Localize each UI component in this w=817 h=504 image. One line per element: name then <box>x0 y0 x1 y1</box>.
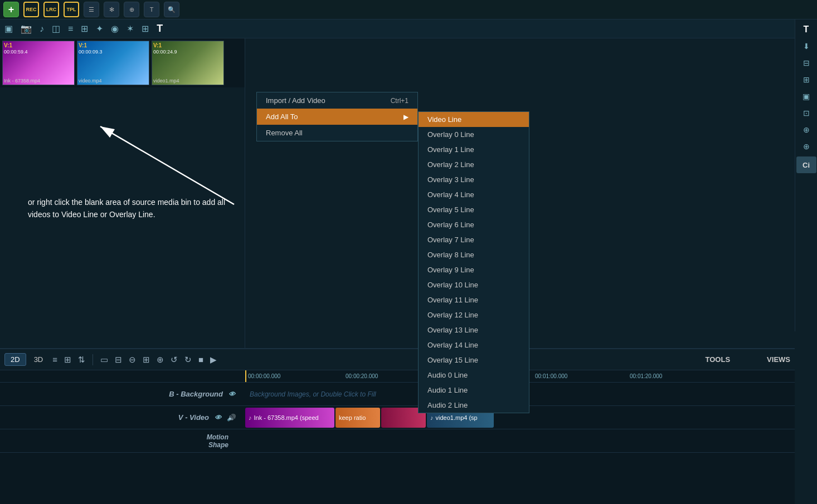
ctx-import-video[interactable]: Import / Add Video Ctrl+1 <box>257 92 417 109</box>
grid-icon[interactable]: ⊞ <box>81 23 88 34</box>
ctx-remove-all[interactable]: Remove All <box>257 125 417 141</box>
video-audio-icon[interactable]: 🔊 <box>227 414 235 422</box>
plus-icon[interactable]: ⊕ <box>124 2 139 17</box>
submenu-item-17[interactable]: Audio 0 Line <box>419 368 529 383</box>
crop2-icon[interactable]: ⊟ <box>113 355 124 365</box>
add-button[interactable]: + <box>3 2 19 17</box>
video-track-label: V - Video 👁 🔊 <box>0 413 245 422</box>
stop-icon[interactable]: ■ <box>197 355 205 364</box>
monitor-icon[interactable]: ▣ <box>4 23 13 34</box>
3d-button[interactable]: 3D <box>30 354 48 365</box>
panel-icon[interactable]: ◫ <box>52 23 60 34</box>
hash2-icon[interactable]: ⊕ <box>798 140 815 153</box>
video-eye-icon[interactable]: 👁 <box>215 414 221 422</box>
bottom-toolbar: 2D 3D ≡ ⊞ ⇅ ▭ ⊟ ⊖ ⊞ ⊕ ↺ ↻ ■ ▶ TOOLS VIEW… <box>0 349 795 370</box>
grid-view-icon[interactable]: ⊞ <box>62 355 73 365</box>
text-tool-icon[interactable]: T <box>798 23 815 36</box>
play-icon[interactable]: ▶ <box>208 355 218 365</box>
submenu-item-11[interactable]: Overlay 10 Line <box>419 277 529 292</box>
motion-shape-label: Motion Shape <box>0 433 245 449</box>
submenu-item-6[interactable]: Overlay 5 Line <box>419 202 529 217</box>
asterisk-icon[interactable]: ✻ <box>104 2 119 17</box>
submenu-item-10[interactable]: Overlay 9 Line <box>419 262 529 277</box>
motion-shape-track: Motion Shape <box>0 429 795 453</box>
video-clip-ink[interactable]: ♪ Ink - 67358.mp4 (speed <box>245 408 334 428</box>
media-clip-video[interactable]: V:1 00:00:09.3 video.mp4 <box>77 41 149 85</box>
fit-icon[interactable]: ⊞ <box>141 355 152 365</box>
context-menu-main: Import / Add Video Ctrl+1 Add All To ▶ R… <box>256 92 418 141</box>
text-icon[interactable]: T <box>144 2 159 17</box>
redo-icon[interactable]: ↻ <box>183 355 193 365</box>
list-view-icon[interactable]: ≡ <box>51 355 59 364</box>
background-track: B - Background 👁 Background Images, or D… <box>0 383 795 406</box>
media-clip-ink[interactable]: V:1 00:00:59.4 Ink - 67358.mp4 <box>2 41 75 85</box>
ci-badge[interactable]: Ci <box>796 156 816 173</box>
audio-wave2-icon: ♪ <box>430 414 434 421</box>
caption-icon[interactable]: T <box>157 23 163 35</box>
submenu-item-1[interactable]: Overlay 0 Line <box>419 127 529 142</box>
ruler-mark-60: 00:01:00.000 <box>535 373 567 379</box>
tpl-button[interactable]: TPL <box>64 2 79 17</box>
camera-icon[interactable]: 📷 <box>21 23 32 34</box>
marker-icon[interactable]: ✦ <box>96 23 103 34</box>
bars-icon[interactable]: ⊞ <box>142 23 149 34</box>
ctx-add-all-to[interactable]: Add All To ▶ <box>257 109 417 125</box>
resize-icon[interactable]: ⊡ <box>798 106 815 120</box>
text2-icon[interactable]: ≡ <box>68 24 73 34</box>
ruler-mark-80: 00:01:20.000 <box>630 373 662 379</box>
clip-icon[interactable]: ▭ <box>99 355 110 365</box>
top-toolbar: + REC LRC TPL ☰ ✻ ⊕ T 🔍 <box>0 0 817 19</box>
lrc-button[interactable]: LRC <box>43 2 59 17</box>
zoom-in-icon[interactable]: ⊕ <box>155 355 166 365</box>
divider1 <box>93 354 93 365</box>
video-clip-keep[interactable]: keep ratio <box>335 408 380 428</box>
media-clip-video1[interactable]: V:1 00:00:24.9 video1.mp4 <box>152 41 224 85</box>
submenu-item-14[interactable]: Overlay 13 Line <box>419 322 529 337</box>
submenu-item-16[interactable]: Overlay 15 Line <box>419 353 529 368</box>
align-left-icon[interactable]: ⊞ <box>798 73 815 86</box>
svg-line-1 <box>100 126 234 204</box>
search-icon[interactable]: 🔍 <box>164 2 179 17</box>
background-eye-icon[interactable]: 👁 <box>228 390 235 398</box>
context-menu-sub: Video LineOverlay 0 LineOverlay 1 LineOv… <box>418 111 529 413</box>
2d-button[interactable]: 2D <box>4 353 26 366</box>
list-icon[interactable]: ☰ <box>84 2 99 17</box>
sort-icon[interactable]: ⇅ <box>76 355 87 365</box>
submenu-item-7[interactable]: Overlay 6 Line <box>419 217 529 232</box>
undo-icon[interactable]: ↺ <box>169 355 179 365</box>
submenu-item-12[interactable]: Overlay 11 Line <box>419 292 529 307</box>
submenu-item-2[interactable]: Overlay 1 Line <box>419 142 529 157</box>
submenu-item-15[interactable]: Overlay 14 Line <box>419 337 529 353</box>
ruler-mark-0: 00:00:00.000 <box>248 373 280 379</box>
align-right-icon[interactable]: ⊟ <box>798 56 815 70</box>
hash-icon[interactable]: ⊕ <box>798 123 815 136</box>
annotation-text: or right click the blank area of source … <box>28 196 245 221</box>
submenu-item-0[interactable]: Video Line <box>419 112 529 127</box>
video-track: V - Video 👁 🔊 ♪ Ink - 67358.mp4 (speed k… <box>0 406 795 429</box>
rec-button[interactable]: REC <box>23 2 39 17</box>
puzzle-icon[interactable]: ✶ <box>127 23 134 34</box>
right-sidebar: T ⬇ ⊟ ⊞ ▣ ⊡ ⊕ ⊕ Ci <box>795 19 817 331</box>
music-icon[interactable]: ♪ <box>40 24 44 34</box>
tools-label: TOOLS <box>706 355 731 364</box>
submenu-item-18[interactable]: Audio 1 Line <box>419 383 529 398</box>
crop-icon[interactable]: ▣ <box>798 90 815 103</box>
second-toolbar: ▣ 📷 ♪ ◫ ≡ ⊞ ✦ ◉ ✶ ⊞ T <box>0 19 817 38</box>
submenu-item-8[interactable]: Overlay 7 Line <box>419 232 529 247</box>
submenu-item-4[interactable]: Overlay 3 Line <box>419 172 529 187</box>
circle-icon[interactable]: ◉ <box>111 23 119 34</box>
download-icon[interactable]: ⬇ <box>798 40 815 53</box>
submenu-item-19[interactable]: Audio 2 Line <box>419 398 529 413</box>
submenu-item-9[interactable]: Overlay 8 Line <box>419 247 529 262</box>
timeline-panel: 2D 3D ≡ ⊞ ⇅ ▭ ⊟ ⊖ ⊞ ⊕ ↺ ↻ ■ ▶ TOOLS VIEW… <box>0 348 795 504</box>
playhead[interactable] <box>245 370 246 382</box>
timeline-tracks: B - Background 👁 Background Images, or D… <box>0 383 795 453</box>
timeline-ruler: 00:00:00.000 00:00:20.000 00:01:00.000 0… <box>0 370 795 383</box>
background-track-hint: Background Images, or Double Click to Fi… <box>245 390 381 398</box>
submenu-item-3[interactable]: Overlay 2 Line <box>419 157 529 172</box>
audio-wave-icon: ♪ <box>249 414 252 421</box>
submenu-item-5[interactable]: Overlay 4 Line <box>419 187 529 202</box>
motion-shape-content[interactable] <box>245 429 795 452</box>
submenu-item-13[interactable]: Overlay 12 Line <box>419 307 529 322</box>
zoom-out-icon[interactable]: ⊖ <box>127 355 138 365</box>
